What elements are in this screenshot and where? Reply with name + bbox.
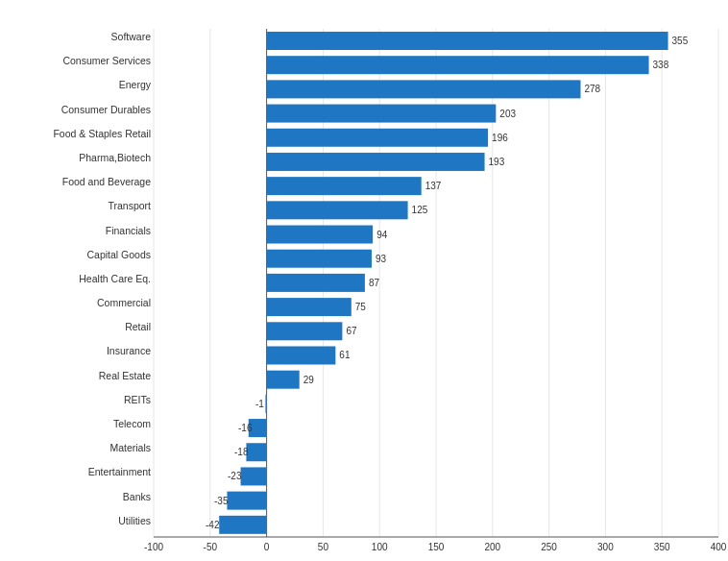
bar-utilities	[219, 516, 266, 534]
label-utilities: -42	[206, 520, 220, 530]
label-capital-goods: 93	[376, 254, 387, 264]
label-food-staples: 196	[492, 133, 508, 143]
label-banks: -35	[214, 496, 229, 506]
y-label-consumer-durables: Consumer Durables	[61, 104, 151, 115]
y-label-transport: Transport	[108, 200, 151, 211]
y-label-utilities: Utilities	[118, 515, 151, 526]
y-label-real-estate: Real Estate	[99, 370, 151, 381]
y-label-reits: REITs	[124, 394, 151, 405]
label-energy: 278	[585, 84, 601, 94]
x-tick-label: 50	[318, 542, 329, 552]
y-label-banks: Banks	[123, 491, 151, 502]
y-label-financials: Financials	[106, 225, 151, 236]
y-label-commercial: Commercial	[97, 297, 151, 308]
label-reits: -1	[255, 399, 264, 409]
label-food-beverage: 137	[425, 181, 442, 191]
label-retail: 67	[346, 326, 357, 336]
label-pharma: 193	[489, 157, 505, 167]
x-tick-label: 350	[654, 542, 670, 552]
label-insurance: 61	[339, 350, 351, 360]
y-label-energy: Energy	[119, 79, 152, 90]
bar-insurance	[267, 346, 336, 364]
bar-consumer-services	[267, 56, 649, 74]
label-consumer-services: 338	[653, 60, 669, 70]
y-label-healthcare: Health Care Eq.	[79, 273, 151, 284]
bar-reits	[265, 395, 266, 413]
label-financials: 94	[376, 230, 388, 240]
label-materials: -18	[234, 447, 249, 457]
bar-energy	[267, 80, 581, 98]
y-label-software: Software	[111, 31, 152, 42]
x-tick-label: -50	[204, 542, 218, 552]
chart-svg: 355 338 278 203 196 193 137 125	[10, 19, 728, 561]
bar-healthcare	[267, 274, 365, 292]
label-telecom: -16	[238, 423, 253, 433]
bar-banks	[227, 492, 266, 510]
label-consumer-durables: 203	[499, 109, 516, 119]
y-label-retail: Retail	[125, 321, 151, 332]
label-entertainment: -23	[228, 471, 242, 481]
bar-software	[267, 32, 668, 50]
label-real-estate: 29	[303, 375, 315, 385]
y-label-insurance: Insurance	[107, 345, 151, 356]
y-label-food-staples: Food & Staples Retail	[53, 128, 151, 139]
bar-real-estate	[267, 371, 300, 389]
bar-consumer-durables	[267, 105, 497, 123]
label-transport: 125	[412, 205, 428, 215]
x-tick-label: 400	[711, 542, 727, 552]
bar-food-beverage	[267, 177, 422, 195]
x-tick-label: -100	[144, 542, 163, 552]
bar-financials	[267, 226, 374, 244]
y-label-food-beverage: Food and Beverage	[62, 176, 151, 187]
x-tick-label: 300	[597, 542, 614, 552]
x-tick-label: 200	[484, 542, 500, 552]
y-label-entertainment: Entertainment	[88, 466, 151, 477]
label-healthcare: 87	[369, 278, 380, 288]
x-tick-label: 0	[264, 542, 270, 552]
bar-entertainment	[241, 467, 267, 485]
y-label-pharma: Pharma,Biotech	[79, 152, 151, 163]
x-tick-label: 100	[372, 542, 388, 552]
x-tick-label: 150	[428, 542, 445, 552]
label-commercial: 75	[355, 302, 367, 312]
bar-capital-goods	[267, 250, 372, 268]
bar-pharma	[267, 153, 485, 171]
label-software: 355	[672, 36, 689, 46]
bar-food-staples	[267, 129, 489, 147]
chart-container: 355 338 278 203 196 193 137 125	[0, 0, 728, 561]
y-label-capital-goods: Capital Goods	[86, 249, 151, 260]
bar-transport	[267, 201, 408, 219]
bar-commercial	[267, 298, 352, 316]
bar-materials	[246, 443, 266, 461]
y-label-materials: Materials	[109, 442, 151, 453]
y-label-telecom: Telecom	[113, 418, 151, 429]
x-tick-label: 250	[541, 542, 557, 552]
y-label-consumer-services: Consumer Services	[62, 55, 151, 66]
bar-retail	[267, 322, 343, 340]
